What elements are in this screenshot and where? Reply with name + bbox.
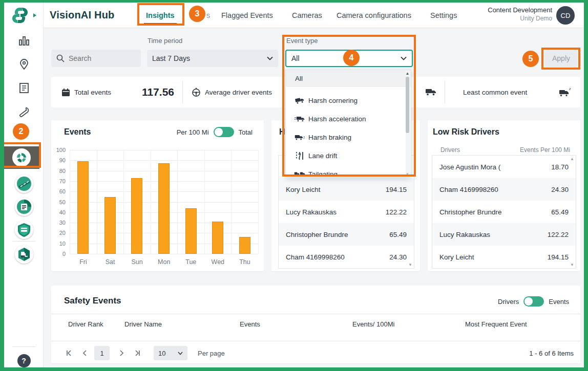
option-label: All: [295, 75, 303, 82]
time-period-select[interactable]: Last 7 Days: [147, 50, 278, 67]
table-row[interactable]: Christopher Brundre 65.49: [432, 201, 576, 223]
harsh-cornering-icon: [293, 97, 306, 104]
scroll-down-icon[interactable]: ▼: [405, 172, 410, 177]
sidebar-item-visionai-active[interactable]: [4, 146, 39, 169]
stat-total-events: Total events 117.56: [61, 77, 182, 107]
driver-events: 122.22: [548, 231, 569, 238]
sidebar-item-shield-app[interactable]: [4, 221, 44, 239]
sidebar-expand-icon[interactable]: [33, 13, 37, 18]
grid-line: [177, 150, 178, 254]
annotation-step-5: 5: [522, 51, 539, 67]
scroll-down-icon[interactable]: ▼: [570, 263, 574, 267]
dropdown-option-all[interactable]: All: [286, 70, 411, 87]
tab-cameras[interactable]: Cameras: [292, 11, 322, 19]
toggle-right-label: Events: [549, 298, 569, 305]
sidebar-item-permit-app[interactable]: [4, 198, 44, 216]
sidebar-item-forklift-app[interactable]: [4, 245, 44, 264]
driver-events: 65.49: [389, 231, 407, 238]
time-period-value: Last 7 Days: [152, 54, 190, 62]
dropdown-option-tailgating[interactable]: Tailgating: [286, 165, 411, 177]
next-page-button[interactable]: [116, 346, 127, 360]
driver-name: Christopher Brundre: [439, 208, 502, 216]
prev-page-button[interactable]: [79, 346, 90, 360]
account-org: Content Development: [488, 6, 552, 14]
tab-settings[interactable]: Settings: [430, 11, 457, 19]
grid-line: [70, 150, 258, 150]
sidebar-divider: [12, 241, 35, 242]
stat-label: Total events: [74, 89, 111, 96]
grid-line: [70, 160, 258, 161]
scroll-down-icon[interactable]: ▼: [408, 263, 412, 267]
visionai-app-icon: [12, 148, 31, 167]
table-row[interactable]: Lucy Rakauskas 122.22: [432, 223, 576, 246]
table-row[interactable]: Kory Leicht 194.15: [279, 178, 414, 201]
calendar-icon: [61, 88, 70, 97]
option-label: Lane drift: [308, 152, 337, 160]
table-row[interactable]: Christopher Brundre 65.49: [279, 223, 414, 246]
search-input-wrap: [51, 50, 141, 67]
table-row[interactable]: Lucy Rakauskas 122.22: [279, 201, 414, 223]
dropdown-option-harsh-braking[interactable]: Harsh braking: [286, 128, 411, 146]
page-number-button[interactable]: 1: [94, 346, 110, 360]
driver-events: 194.15: [386, 186, 407, 193]
drivers-events-toggle[interactable]: [523, 296, 544, 307]
sidebar: ?: [4, 3, 44, 367]
scrollbar-thumb[interactable]: [406, 77, 409, 133]
driver-events: 24.30: [551, 186, 569, 193]
tab-flagged-events[interactable]: Flagged Events: [221, 11, 273, 19]
apply-button[interactable]: Apply: [544, 50, 578, 67]
frame-border-bottom: [0, 367, 588, 371]
grid-line: [123, 150, 124, 254]
event-type-label: Event type: [286, 37, 318, 45]
sidebar-item-maintenance[interactable]: [4, 104, 44, 119]
driver-name: Cham 4169998260: [286, 253, 345, 261]
toggle-knob: [215, 128, 223, 136]
low-risk-col-events: Events Per 100 Mi: [520, 146, 570, 154]
chevron-right-icon: [119, 350, 124, 356]
grid-line: [258, 150, 259, 254]
sidebar-item-road-app[interactable]: [4, 174, 44, 193]
y-axis-tick-label: 70: [50, 178, 66, 184]
first-page-button[interactable]: [64, 346, 75, 360]
dropdown-scrollbar[interactable]: ▲ ▼: [406, 71, 410, 177]
svg-text:z: z: [569, 87, 571, 91]
toggle-right-label: Total: [239, 128, 253, 136]
last-page-button[interactable]: [131, 346, 142, 360]
table-row[interactable]: Cham 4169998260 24.30: [432, 178, 576, 201]
x-axis-category-label: Fri: [70, 258, 97, 266]
sidebar-item-reports[interactable]: [4, 80, 44, 96]
bar-chart-icon: [18, 36, 30, 46]
table-row[interactable]: Cham 4169998260 24.30: [279, 246, 414, 268]
y-axis-tick-label: 10: [50, 241, 66, 247]
dropdown-option-harsh-acceleration[interactable]: Harsh acceleration: [286, 110, 411, 128]
driver-name: Christopher Brundre: [286, 231, 348, 238]
scroll-up-icon[interactable]: ▲: [570, 157, 574, 161]
avatar[interactable]: CD: [556, 6, 575, 25]
dropdown-option-harsh-cornering[interactable]: Harsh cornering: [286, 91, 411, 110]
grid-line: [70, 254, 258, 254]
bar-fri: [77, 161, 89, 254]
events-card-title: Events: [64, 127, 91, 137]
table-row[interactable]: Jose Agustin Mora ( 18.70: [432, 156, 576, 178]
col-most-frequent-event: Most Frequent Event: [465, 320, 527, 328]
sidebar-item-locations[interactable]: [4, 57, 44, 72]
idling-truck-icon: z: [559, 87, 572, 97]
lane-drift-icon: [293, 151, 306, 160]
table-row[interactable]: Kory Leicht 194.15: [432, 246, 576, 268]
scroll-up-icon[interactable]: ▲: [405, 71, 410, 76]
sidebar-help-button[interactable]: ?: [4, 354, 44, 368]
safety-events-title: Safety Events: [64, 296, 121, 306]
per100mi-total-toggle[interactable]: [214, 127, 234, 137]
driver-events: 18.70: [551, 163, 569, 171]
tab-insights[interactable]: Insights: [146, 11, 175, 19]
search-input[interactable]: [69, 54, 130, 62]
page-size-select[interactable]: 10: [154, 346, 187, 360]
sidebar-item-dashboard[interactable]: [4, 33, 44, 49]
dropdown-option-lane-drift[interactable]: Lane drift: [286, 146, 411, 165]
option-label: Harsh cornering: [308, 97, 358, 104]
tab-partially-hidden[interactable]: s: [206, 11, 210, 19]
tab-camera-configurations[interactable]: Camera configurations: [337, 11, 411, 19]
divider: [51, 314, 580, 314]
stat-least-common-event: Least common event z: [454, 77, 580, 107]
x-axis-category-label: Wed: [204, 258, 232, 266]
